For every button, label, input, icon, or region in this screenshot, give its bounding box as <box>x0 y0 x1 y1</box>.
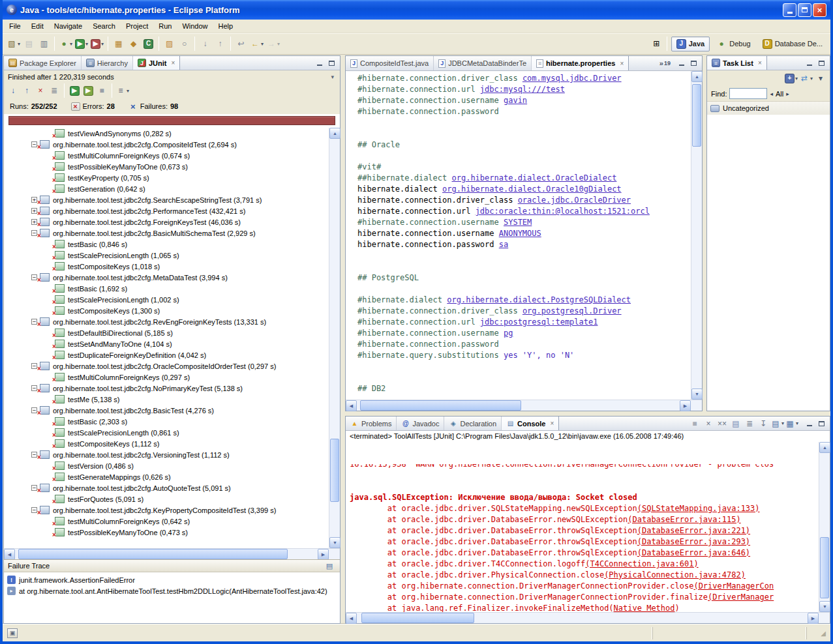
scroll-left-icon[interactable]: ◀ <box>346 613 357 624</box>
collapse-icon[interactable]: − <box>31 230 37 236</box>
tree-vertical-scrollbar[interactable]: ▲ ▼ <box>329 128 340 548</box>
remove-all-launches-button[interactable]: ×× <box>716 417 729 430</box>
tree-suite-row[interactable]: −×org.hibernate.tool.test.jdbc2cfg.Basic… <box>4 405 329 416</box>
collapse-icon[interactable]: − <box>31 363 37 369</box>
tree-test-row[interactable]: ×testDefaultBiDirectional (5,185 s) <box>4 327 329 338</box>
scroll-left-icon[interactable]: ◀ <box>4 549 15 560</box>
tree-test-row[interactable]: ×testMultiColumnForeignKeys (0,297 s) <box>4 372 329 383</box>
stack-trace-link[interactable]: (DriverManager <box>708 593 774 602</box>
tree-suite-row[interactable]: −×org.hibernate.tool.test.jdbc2cfg.NoPri… <box>4 383 329 394</box>
menu-search[interactable]: Search <box>87 21 121 31</box>
view-tab-junit[interactable]: JUnit× <box>133 56 180 70</box>
scroll-down-icon[interactable]: ▼ <box>329 537 341 548</box>
console-tab-javadoc[interactable]: Javadoc <box>397 417 444 430</box>
editor-tab-hibernate-properties[interactable]: hibernate.properties× <box>532 56 629 70</box>
tree-test-row[interactable]: ×testForQuotes (5,091 s) <box>4 493 329 505</box>
close-icon[interactable]: × <box>758 59 762 66</box>
tree-test-row[interactable]: ×testBasic (2,303 s) <box>4 416 329 427</box>
previous-failed-test-button[interactable]: ↑ <box>20 84 33 97</box>
close-icon[interactable]: × <box>551 420 554 427</box>
rerun-failed-first-button[interactable]: ▶ <box>82 84 95 97</box>
editor-horizontal-scrollbar[interactable]: ◀ ▶ <box>346 400 702 411</box>
scroll-up-icon[interactable]: ▲ <box>329 128 341 139</box>
view-tab-task-list[interactable]: Task List× <box>707 56 767 70</box>
scrollbar-thumb[interactable] <box>360 400 522 411</box>
scroll-right-icon[interactable]: ▶ <box>680 400 691 411</box>
next-annotation-button[interactable]: ↓ <box>198 36 213 51</box>
perspective-debug[interactable]: ●Debug <box>711 36 755 51</box>
console-vertical-scrollbar[interactable]: ▲ ▼ <box>819 442 830 612</box>
task-view-menu-button[interactable]: ▾ <box>814 72 827 85</box>
expand-icon[interactable]: + <box>31 219 37 225</box>
pin-console-button[interactable]: ↧ <box>757 417 770 430</box>
new-wizard-dropdown[interactable]: ▧▾ <box>5 36 22 51</box>
task-find-input[interactable] <box>729 88 767 99</box>
menu-project[interactable]: Project <box>121 21 153 31</box>
scrollbar-thumb[interactable] <box>692 84 701 147</box>
collapse-icon[interactable]: − <box>31 452 37 458</box>
tree-test-row[interactable]: ×testScalePrecisionLength (1,065 s) <box>4 250 329 261</box>
remove-launch-button[interactable]: × <box>702 417 715 430</box>
tree-horizontal-scrollbar[interactable]: ◀ ▶ <box>4 548 340 559</box>
failure-trace-item[interactable]: junit.framework.AssertionFailedError <box>7 574 337 585</box>
tree-suite-row[interactable]: −×org.hibernate.tool.test.jdbc2cfg.Basic… <box>4 227 329 239</box>
tree-suite-row[interactable]: −×org.hibernate.tool.test.jdbc2cfg.Versi… <box>4 449 329 460</box>
eclipse-logo-icon[interactable]: e <box>7 5 17 15</box>
editor-tab-overflow-button[interactable]: »19 <box>657 56 673 70</box>
console-output[interactable]: 16:16:15,938 WARN org.hibernate.connecti… <box>346 442 819 612</box>
failure-trace-item[interactable]: at org.hibernate.tool.ant.AntHibernateTo… <box>7 585 337 596</box>
maximize-view-button[interactable] <box>327 59 337 67</box>
tree-test-row[interactable]: ×testGeneration (0,642 s) <box>4 183 329 194</box>
new-package-button[interactable]: ◆ <box>126 36 141 51</box>
perspective-java[interactable]: JJava <box>671 37 710 51</box>
view-menu-chevron-icon[interactable]: ▾ <box>329 74 336 80</box>
menu-navigate[interactable]: Navigate <box>49 21 87 31</box>
external-tools-dropdown[interactable]: ▶▾ <box>89 36 105 51</box>
tree-test-row[interactable]: ×testScalePrecisionLength (1,002 s) <box>4 294 329 305</box>
tree-test-row[interactable]: ×testBasic (1,692 s) <box>4 283 329 294</box>
tree-test-row[interactable]: ×testGenerateMappings (0,626 s) <box>4 471 329 482</box>
stack-trace-link[interactable]: (PhysicalConnection.java:4782) <box>604 570 746 579</box>
back-dropdown[interactable]: ←▾ <box>249 36 265 51</box>
console-tab-declaration[interactable]: Declaration <box>444 417 502 430</box>
minimize-view-button[interactable] <box>314 59 324 67</box>
console-horizontal-scrollbar[interactable]: ◀ ▶ <box>346 612 830 623</box>
synchronize-dropdown[interactable]: ⇄▾ <box>799 72 813 85</box>
scroll-left-icon[interactable]: ◀ <box>346 400 357 411</box>
stack-trace-link[interactable]: (DriverManagerCon <box>693 581 774 591</box>
run-dropdown[interactable]: ▶▾ <box>74 36 89 51</box>
minimize-view-button[interactable] <box>804 59 814 67</box>
tree-suite-row[interactable]: −×org.hibernate.tool.test.jdbc2cfg.Compo… <box>4 139 329 150</box>
menu-file[interactable]: File <box>4 21 26 31</box>
stack-trace-link[interactable]: (SQLStateMapping.java:133) <box>637 504 760 513</box>
tree-test-row[interactable]: ×testVersion (0,486 s) <box>4 460 329 471</box>
scrollbar-thumb[interactable] <box>361 613 474 623</box>
collapse-icon[interactable]: − <box>31 319 37 325</box>
task-category-row[interactable]: Uncategorized <box>707 102 830 115</box>
collapse-icon[interactable]: − <box>31 407 37 413</box>
collapse-icon[interactable]: − <box>31 141 37 147</box>
stack-trace-link[interactable]: (DatabaseError.java:293) <box>637 537 750 546</box>
scroll-up-icon[interactable]: ▲ <box>819 442 830 453</box>
stack-trace-link[interactable]: (DatabaseError.java:646) <box>637 548 750 557</box>
tree-suite-row[interactable]: +×org.hibernate.tool.test.jdbc2cfg.Forei… <box>4 216 329 227</box>
debug-dropdown[interactable]: ●▾ <box>57 36 74 51</box>
collapse-icon[interactable]: − <box>31 274 37 280</box>
tree-test-row[interactable]: ×testDuplicateForeignKeyDefinition (4,04… <box>4 349 329 360</box>
editor-content[interactable]: #hibernate.connection.driver_class com.m… <box>346 71 691 400</box>
print-button[interactable]: ▥ <box>37 36 52 51</box>
close-icon[interactable]: × <box>620 60 624 67</box>
tree-test-row[interactable]: ×testCompositeKeys (1,112 s) <box>4 438 329 449</box>
show-trace-in-console-button[interactable] <box>323 559 336 572</box>
maximize-view-button[interactable] <box>817 419 826 428</box>
scroll-down-icon[interactable]: ▼ <box>691 388 703 400</box>
view-tab-hierarchy[interactable]: Hierarchy <box>82 56 133 70</box>
scrollbar-thumb[interactable] <box>330 439 339 502</box>
tree-test-row[interactable]: ×testMe (5,138 s) <box>4 394 329 405</box>
previous-working-set-button[interactable]: ◂ <box>770 91 773 97</box>
task-list-content[interactable]: Uncategorized <box>707 102 830 411</box>
expand-icon[interactable]: + <box>31 197 37 203</box>
search-button[interactable]: ○ <box>177 36 192 51</box>
scroll-up-icon[interactable]: ▲ <box>691 71 703 82</box>
resize-grip-icon[interactable]: ◢ <box>821 630 826 637</box>
